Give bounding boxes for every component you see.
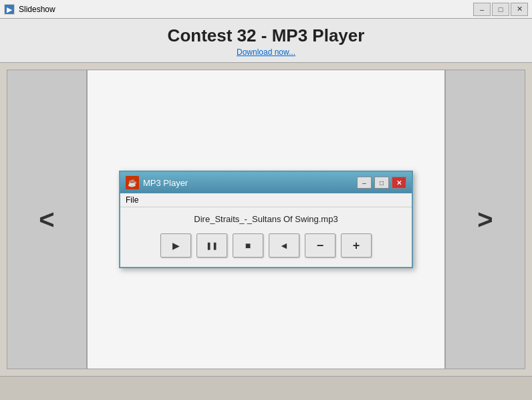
svg-text:☕: ☕: [128, 178, 137, 187]
volume-up-button[interactable]: +: [341, 233, 372, 258]
next-nav-button[interactable]: >: [445, 70, 525, 369]
mp3-maximize-button[interactable]: □: [374, 177, 389, 189]
app-icon: ▶: [4, 4, 15, 15]
header: Contest 32 - MP3 Player Download now...: [0, 19, 532, 63]
app-title: Slideshow: [19, 5, 55, 14]
mp3-titlebar-left: ☕ MP3 Player: [126, 176, 188, 189]
minimize-button[interactable]: –: [473, 3, 491, 16]
mp3-close-button[interactable]: ✕: [392, 177, 406, 189]
slide-panel: ☕ MP3 Player – □ ✕ File Di: [87, 70, 445, 369]
close-button[interactable]: ✕: [511, 3, 528, 16]
download-link[interactable]: Download now...: [0, 47, 532, 57]
maximize-button[interactable]: □: [492, 3, 509, 16]
mp3-window-title: MP3 Player: [143, 178, 188, 188]
mp3-minimize-button[interactable]: –: [357, 177, 372, 189]
mp3-player-window: ☕ MP3 Player – □ ✕ File Di: [119, 171, 413, 268]
file-menu[interactable]: File: [126, 195, 138, 205]
main-content: Contest 32 - MP3 Player Download now... …: [0, 19, 532, 376]
mp3-titlebar-controls: – □ ✕: [357, 177, 406, 189]
prev-nav-button[interactable]: <: [7, 70, 87, 369]
mp3-filename: Dire_Straits_-_Sultans Of Swing.mp3: [120, 207, 412, 229]
rewind-button[interactable]: ◄: [269, 233, 299, 258]
mp3-controls: ▶ ❚❚ ■ ◄ − +: [120, 229, 412, 267]
titlebar-left: ▶ Slideshow: [4, 4, 55, 15]
titlebar-controls: – □ ✕: [473, 3, 528, 16]
volume-down-button[interactable]: −: [305, 233, 336, 258]
java-icon: ☕: [126, 176, 139, 189]
mp3-menubar: File: [120, 193, 412, 207]
slide-area: < ☕ MP3 Player: [0, 63, 532, 376]
svg-text:▶: ▶: [7, 6, 13, 13]
bottom-bar: [0, 376, 532, 400]
pause-button[interactable]: ❚❚: [196, 233, 227, 258]
play-button[interactable]: ▶: [160, 233, 191, 258]
mp3-titlebar: ☕ MP3 Player – □ ✕: [120, 172, 412, 193]
page-title: Contest 32 - MP3 Player: [0, 25, 532, 46]
stop-button[interactable]: ■: [233, 233, 263, 258]
app-titlebar: ▶ Slideshow – □ ✕: [0, 0, 532, 19]
